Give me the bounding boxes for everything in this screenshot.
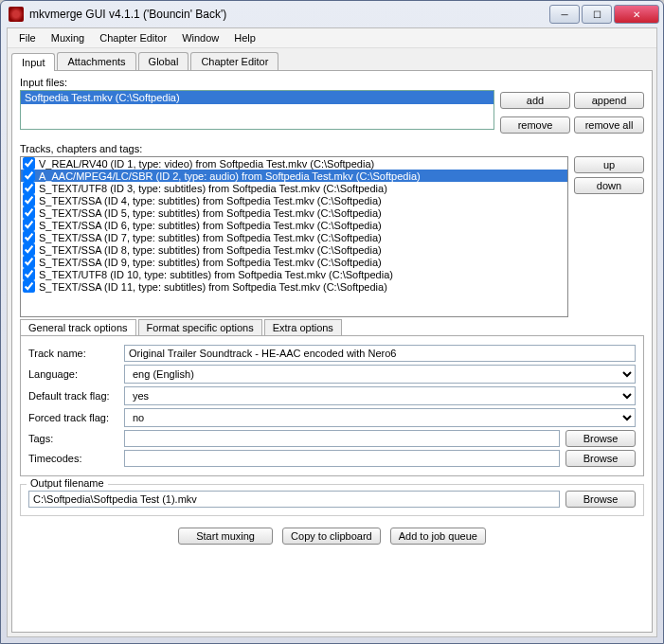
track-item-label: S_TEXT/SSA (ID 5, type: subtitles) from … [39, 207, 382, 219]
track-checkbox[interactable] [23, 182, 35, 194]
tags-label: Tags: [28, 433, 118, 444]
track-item[interactable]: S_TEXT/SSA (ID 4, type: subtitles) from … [21, 194, 567, 206]
track-item-label: S_TEXT/UTF8 (ID 10, type: subtitles) fro… [39, 269, 393, 280]
app-window: mkvmerge GUI v4.1.1 ('Bouncin' Back') ─ … [0, 0, 664, 644]
track-item-label: S_TEXT/SSA (ID 6, type: subtitles) from … [39, 220, 382, 231]
timecodes-input[interactable] [124, 450, 560, 467]
menu-window[interactable]: Window [174, 30, 226, 45]
tab-input[interactable]: Input [11, 53, 55, 71]
subtab-format[interactable]: Format specific options [138, 319, 262, 335]
track-item-label: S_TEXT/SSA (ID 8, type: subtitles) from … [39, 244, 382, 256]
track-item[interactable]: S_TEXT/UTF8 (ID 10, type: subtitles) fro… [21, 268, 567, 280]
input-files-label: Input files: [20, 77, 644, 88]
main-panel: Input files: Softpedia Test.mkv (C:\Soft… [11, 70, 653, 633]
default-flag-label: Default track flag: [28, 390, 118, 402]
track-item[interactable]: S_TEXT/SSA (ID 5, type: subtitles) from … [21, 206, 567, 219]
track-checkbox[interactable] [23, 194, 35, 206]
up-button[interactable]: up [574, 156, 644, 173]
bottom-buttons: Start muxing Copy to clipboard Add to jo… [20, 522, 644, 550]
track-checkbox[interactable] [23, 206, 35, 219]
input-files-listbox[interactable]: Softpedia Test.mkv (C:\Softpedia) [20, 90, 494, 130]
subtab-extra[interactable]: Extra options [264, 319, 342, 335]
timecodes-label: Timecodes: [28, 453, 118, 464]
menu-file[interactable]: File [11, 30, 44, 45]
track-item[interactable]: S_TEXT/SSA (ID 6, type: subtitles) from … [21, 219, 567, 231]
forced-flag-label: Forced track flag: [28, 412, 118, 423]
copy-clipboard-button[interactable]: Copy to clipboard [282, 528, 381, 545]
client-area: File Muxing Chapter Editor Window Help I… [7, 27, 657, 637]
track-item-label: S_TEXT/SSA (ID 9, type: subtitles) from … [39, 257, 382, 268]
tags-input[interactable] [124, 430, 560, 447]
output-filename-input[interactable] [28, 491, 560, 508]
track-item-label: S_TEXT/SSA (ID 7, type: subtitles) from … [39, 232, 382, 243]
window-title: mkvmerge GUI v4.1.1 ('Bouncin' Back') [27, 8, 549, 21]
forced-flag-select[interactable]: no [124, 408, 636, 427]
track-checkbox[interactable] [23, 157, 35, 170]
close-button[interactable]: ✕ [614, 5, 659, 24]
menu-chapter-editor[interactable]: Chapter Editor [92, 30, 174, 45]
track-item-label: A_AAC/MPEG4/LC/SBR (ID 2, type: audio) f… [39, 170, 421, 182]
app-icon [9, 7, 24, 22]
menu-help[interactable]: Help [226, 30, 263, 45]
remove-all-button[interactable]: remove all [574, 116, 644, 134]
track-checkbox[interactable] [23, 268, 35, 280]
track-name-label: Track name: [28, 348, 118, 359]
tracks-label: Tracks, chapters and tags: [20, 143, 644, 154]
main-tabset: Input Attachments Global Chapter Editor [11, 52, 653, 70]
output-group: Output filename Browse [20, 484, 644, 516]
down-button[interactable]: down [574, 177, 644, 194]
tab-chapter-editor[interactable]: Chapter Editor [190, 52, 278, 70]
track-checkbox[interactable] [23, 219, 35, 231]
track-checkbox[interactable] [23, 170, 35, 182]
subtab-general[interactable]: General track options [20, 319, 136, 335]
track-item-label: V_REAL/RV40 (ID 1, type: video) from Sof… [39, 158, 374, 170]
language-label: Language: [28, 368, 118, 380]
menubar: File Muxing Chapter Editor Window Help [8, 28, 656, 48]
titlebar[interactable]: mkvmerge GUI v4.1.1 ('Bouncin' Back') ─ … [1, 1, 663, 27]
tracks-listbox[interactable]: V_REAL/RV40 (ID 1, type: video) from Sof… [20, 156, 568, 317]
track-item[interactable]: S_TEXT/SSA (ID 9, type: subtitles) from … [21, 256, 567, 268]
input-file-item[interactable]: Softpedia Test.mkv (C:\Softpedia) [21, 91, 494, 104]
track-item-label: S_TEXT/SSA (ID 11, type: subtitles) from… [39, 281, 387, 293]
default-flag-select[interactable]: yes [124, 386, 636, 405]
remove-button[interactable]: remove [500, 116, 570, 134]
tab-attachments[interactable]: Attachments [57, 52, 135, 70]
track-item-label: S_TEXT/SSA (ID 4, type: subtitles) from … [39, 195, 382, 206]
track-options-panel: Track name: Language: eng (English) Defa… [20, 335, 644, 476]
output-browse-button[interactable]: Browse [565, 491, 636, 508]
track-item[interactable]: V_REAL/RV40 (ID 1, type: video) from Sof… [21, 157, 567, 170]
track-checkbox[interactable] [23, 280, 35, 293]
track-item[interactable]: S_TEXT/SSA (ID 11, type: subtitles) from… [21, 280, 567, 293]
track-option-tabs: General track options Format specific op… [20, 319, 644, 335]
start-muxing-button[interactable]: Start muxing [178, 528, 273, 545]
menu-muxing[interactable]: Muxing [44, 30, 92, 45]
track-item-label: S_TEXT/UTF8 (ID 3, type: subtitles) from… [39, 183, 387, 194]
add-queue-button[interactable]: Add to job queue [390, 528, 486, 545]
add-button[interactable]: add [500, 92, 570, 109]
track-checkbox[interactable] [23, 231, 35, 243]
track-item[interactable]: S_TEXT/SSA (ID 8, type: subtitles) from … [21, 243, 567, 256]
append-button[interactable]: append [574, 92, 644, 109]
language-select[interactable]: eng (English) [124, 365, 636, 384]
output-legend: Output filename [27, 477, 108, 489]
timecodes-browse-button[interactable]: Browse [565, 450, 636, 467]
tags-browse-button[interactable]: Browse [565, 430, 636, 447]
minimize-button[interactable]: ─ [549, 5, 580, 24]
track-name-input[interactable] [124, 345, 636, 362]
maximize-button[interactable]: ☐ [582, 5, 612, 24]
track-item[interactable]: S_TEXT/SSA (ID 7, type: subtitles) from … [21, 231, 567, 243]
track-item[interactable]: A_AAC/MPEG4/LC/SBR (ID 2, type: audio) f… [21, 170, 567, 182]
track-checkbox[interactable] [23, 256, 35, 268]
track-checkbox[interactable] [23, 243, 35, 256]
tab-global[interactable]: Global [138, 52, 189, 70]
track-item[interactable]: S_TEXT/UTF8 (ID 3, type: subtitles) from… [21, 182, 567, 194]
